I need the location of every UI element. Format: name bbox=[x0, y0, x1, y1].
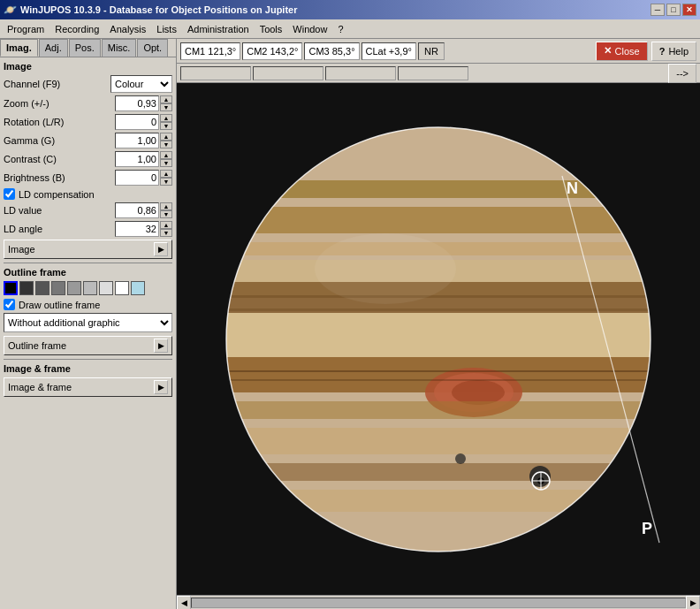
ld-angle-down[interactable]: ▼ bbox=[160, 229, 172, 237]
image-frame-button-label: Image & frame bbox=[8, 382, 72, 392]
ld-value-up[interactable]: ▲ bbox=[160, 202, 172, 210]
jupiter-image: N P bbox=[209, 110, 668, 569]
brightness-label: Brightness (B) bbox=[4, 172, 65, 183]
scroll-left-button[interactable]: ◀ bbox=[177, 596, 191, 610]
rotation-down[interactable]: ▼ bbox=[160, 122, 172, 130]
draw-outline-row: Draw outline frame bbox=[4, 299, 172, 310]
rotation-label: Rotation (L/R) bbox=[4, 117, 64, 127]
jupiter-container: N P bbox=[177, 83, 700, 595]
scroll-right-button[interactable]: ▶ bbox=[686, 596, 700, 610]
menu-item-administration[interactable]: Administration bbox=[182, 22, 255, 36]
menu-item-lists[interactable]: Lists bbox=[151, 22, 182, 36]
gamma-up[interactable]: ▲ bbox=[160, 133, 172, 141]
contrast-input[interactable]: 1,00 bbox=[115, 151, 159, 167]
help-button[interactable]: ? Help bbox=[651, 42, 696, 61]
ld-value-input[interactable]: 0,86 bbox=[115, 202, 159, 218]
menu-item-window[interactable]: Window bbox=[287, 22, 332, 36]
zoom-spinner: ▲ ▼ bbox=[160, 95, 172, 111]
draw-outline-checkbox[interactable] bbox=[4, 299, 15, 310]
swatch-5[interactable] bbox=[83, 281, 97, 295]
cm2-display: CM2 143,2° bbox=[242, 42, 302, 60]
rotation-input[interactable]: 0 bbox=[115, 114, 159, 130]
ld-value-input-group: 0,86 ▲ ▼ bbox=[115, 202, 172, 218]
menu-item-?[interactable]: ? bbox=[332, 22, 348, 36]
ld-angle-label: LD angle bbox=[4, 224, 42, 234]
contrast-up[interactable]: ▲ bbox=[160, 151, 172, 159]
main-layout: Imag.Adj.Pos.Misc.Opt. Image Channel (F9… bbox=[0, 39, 700, 609]
tab-imag[interactable]: Imag. bbox=[0, 39, 38, 57]
close-window-button[interactable]: ✕ bbox=[682, 4, 696, 16]
image-section-title: Image bbox=[4, 61, 172, 72]
tab-misc[interactable]: Misc. bbox=[102, 39, 137, 57]
svg-text:N: N bbox=[567, 179, 578, 197]
horizontal-scrollbar: ◀ ▶ bbox=[177, 595, 700, 609]
swatch-2[interactable] bbox=[35, 281, 49, 295]
svg-point-24 bbox=[455, 453, 466, 464]
gamma-input-group: 1,00 ▲ ▼ bbox=[115, 133, 172, 148]
gamma-input[interactable]: 1,00 bbox=[115, 133, 159, 148]
svg-text:P: P bbox=[642, 520, 652, 537]
minimize-button[interactable]: ─ bbox=[651, 4, 665, 16]
brightness-up[interactable]: ▲ bbox=[160, 170, 172, 178]
svg-rect-19 bbox=[226, 308, 651, 311]
menu-item-analysis[interactable]: Analysis bbox=[104, 22, 151, 36]
menu-item-program[interactable]: Program bbox=[2, 22, 49, 36]
brightness-input[interactable]: 0 bbox=[115, 170, 159, 186]
close-button[interactable]: ✕ Close bbox=[596, 42, 648, 61]
tab-pos[interactable]: Pos. bbox=[69, 39, 101, 57]
swatch-0[interactable] bbox=[4, 281, 18, 295]
arrow-button[interactable]: --> bbox=[668, 64, 696, 83]
image-button-arrow: ▶ bbox=[154, 242, 168, 256]
ld-angle-spinner: ▲ ▼ bbox=[160, 221, 172, 237]
svg-rect-14 bbox=[226, 401, 651, 419]
zoom-input[interactable]: 0,93 bbox=[115, 95, 159, 111]
brightness-row: Brightness (B) 0 ▲ ▼ bbox=[4, 170, 172, 186]
svg-rect-15 bbox=[226, 428, 651, 454]
ld-compensation-checkbox[interactable] bbox=[4, 188, 15, 200]
ld-angle-input[interactable]: 32 bbox=[115, 221, 159, 237]
channel-label: Channel (F9) bbox=[4, 79, 60, 89]
zoom-up[interactable]: ▲ bbox=[160, 95, 172, 103]
panel-content: Image Channel (F9) ColourRedGreenBlue Zo… bbox=[0, 57, 176, 609]
gamma-down[interactable]: ▼ bbox=[160, 141, 172, 148]
close-button-label: Close bbox=[615, 46, 640, 57]
zoom-down[interactable]: ▼ bbox=[160, 103, 172, 111]
swatch-6[interactable] bbox=[99, 281, 113, 295]
menu-item-recording[interactable]: Recording bbox=[49, 22, 104, 36]
channel-select[interactable]: ColourRedGreenBlue bbox=[110, 75, 172, 93]
menu-item-tools[interactable]: Tools bbox=[255, 22, 288, 36]
tab-opt[interactable]: Opt. bbox=[137, 39, 168, 57]
divider-2 bbox=[4, 359, 172, 360]
ld-angle-input-group: 32 ▲ ▼ bbox=[115, 221, 172, 237]
cm3-display: CM3 85,3° bbox=[304, 42, 359, 60]
ld-angle-row: LD angle 32 ▲ ▼ bbox=[4, 221, 172, 237]
ld-value-down[interactable]: ▼ bbox=[160, 210, 172, 218]
contrast-label: Contrast (C) bbox=[4, 154, 57, 164]
scroll-track[interactable] bbox=[191, 598, 686, 608]
titlebar-title: WinJUPOS 10.3.9 - Database for Object Po… bbox=[20, 4, 297, 15]
ld-angle-up[interactable]: ▲ bbox=[160, 221, 172, 229]
swatch-1[interactable] bbox=[19, 281, 34, 295]
swatch-4[interactable] bbox=[67, 281, 81, 295]
titlebar-left: 🪐 WinJUPOS 10.3.9 - Database for Object … bbox=[4, 4, 297, 16]
graphic-dropdown[interactable]: Without additional graphicWith latitude … bbox=[4, 313, 172, 332]
contrast-row: Contrast (C) 1,00 ▲ ▼ bbox=[4, 151, 172, 167]
status-bar: CM1 121,3° CM2 143,2° CM3 85,3° CLat +3,… bbox=[177, 39, 700, 64]
contrast-down[interactable]: ▼ bbox=[160, 159, 172, 167]
right-panel: CM1 121,3° CM2 143,2° CM3 85,3° CLat +3,… bbox=[177, 39, 700, 609]
maximize-button[interactable]: □ bbox=[666, 4, 681, 16]
swatch-8[interactable] bbox=[131, 281, 145, 295]
outline-frame-button[interactable]: Outline frame ▶ bbox=[4, 336, 172, 355]
swatch-7[interactable] bbox=[115, 281, 129, 295]
zoom-row: Zoom (+/-) 0,93 ▲ ▼ bbox=[4, 95, 172, 111]
left-panel: Imag.Adj.Pos.Misc.Opt. Image Channel (F9… bbox=[0, 39, 177, 609]
tab-adj[interactable]: Adj. bbox=[39, 39, 68, 57]
image-frame-button[interactable]: Image & frame ▶ bbox=[4, 377, 172, 397]
gamma-row: Gamma (G) 1,00 ▲ ▼ bbox=[4, 133, 172, 148]
question-mark-icon: ? bbox=[659, 46, 666, 57]
outline-frame-button-label: Outline frame bbox=[8, 340, 66, 351]
rotation-up[interactable]: ▲ bbox=[160, 114, 172, 122]
brightness-down[interactable]: ▼ bbox=[160, 178, 172, 186]
image-button[interactable]: Image ▶ bbox=[4, 240, 172, 259]
swatch-3[interactable] bbox=[51, 281, 65, 295]
